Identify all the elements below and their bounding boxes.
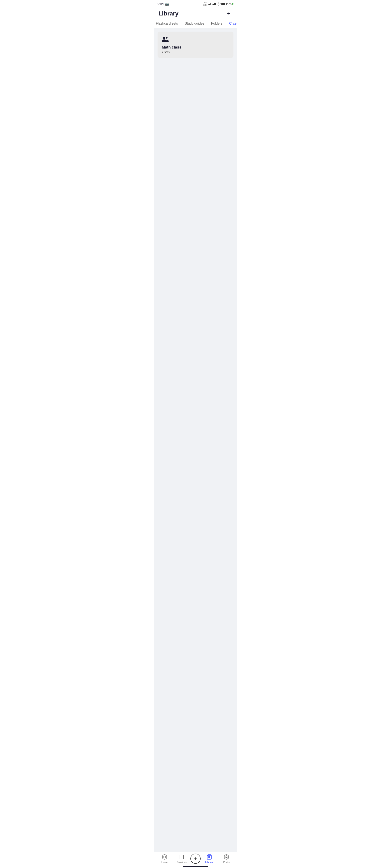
- add-button[interactable]: +: [225, 10, 233, 18]
- tab-flashcard-sets[interactable]: Flashcard sets: [154, 19, 181, 28]
- tab-classes[interactable]: Classes: [226, 19, 237, 28]
- status-bar: 2:01 📷 7.43KB/s 79%: [154, 0, 237, 7]
- svg-rect-0: [208, 4, 209, 5]
- battery-percent: 79%: [227, 3, 232, 5]
- class-sets: 2 sets: [162, 51, 229, 54]
- plus-icon: +: [227, 10, 231, 17]
- nav-item-add[interactable]: +: [190, 854, 201, 854]
- battery-dot: [232, 3, 234, 5]
- nav-add-button[interactable]: +: [190, 854, 201, 854]
- header: Library +: [154, 7, 237, 19]
- wifi-icon: [217, 3, 220, 5]
- svg-rect-4: [212, 4, 213, 5]
- battery-fill: [222, 3, 225, 5]
- tab-folders[interactable]: Folders: [208, 19, 226, 28]
- status-right: 7.43KB/s 79%: [203, 2, 234, 6]
- page-title: Library: [158, 10, 179, 17]
- svg-point-9: [166, 37, 168, 38]
- tabs-container: Flashcard sets Study guides Folders Clas…: [154, 19, 237, 28]
- camera-icon: 📷: [165, 2, 169, 6]
- svg-rect-5: [213, 4, 214, 5]
- tab-study-guides[interactable]: Study guides: [181, 19, 208, 28]
- content-area: Math class 2 sets: [154, 28, 237, 854]
- svg-rect-3: [211, 3, 211, 5]
- class-name: Math class: [162, 45, 229, 50]
- svg-rect-6: [214, 3, 215, 5]
- svg-rect-7: [215, 3, 216, 5]
- signal-icon-2: [212, 3, 216, 5]
- battery-container: 79%: [221, 3, 234, 5]
- battery-icon: [221, 3, 226, 5]
- svg-rect-2: [210, 3, 211, 5]
- class-card-math[interactable]: Math class 2 sets: [157, 32, 234, 58]
- status-speed: 7.43KB/s: [203, 2, 207, 6]
- svg-rect-1: [209, 4, 210, 5]
- status-time: 2:01: [157, 2, 164, 6]
- class-icon: [162, 36, 229, 43]
- svg-point-8: [163, 37, 165, 39]
- bottom-nav: Home Solutions + Library: [154, 852, 237, 854]
- signal-icon-1: [208, 3, 212, 5]
